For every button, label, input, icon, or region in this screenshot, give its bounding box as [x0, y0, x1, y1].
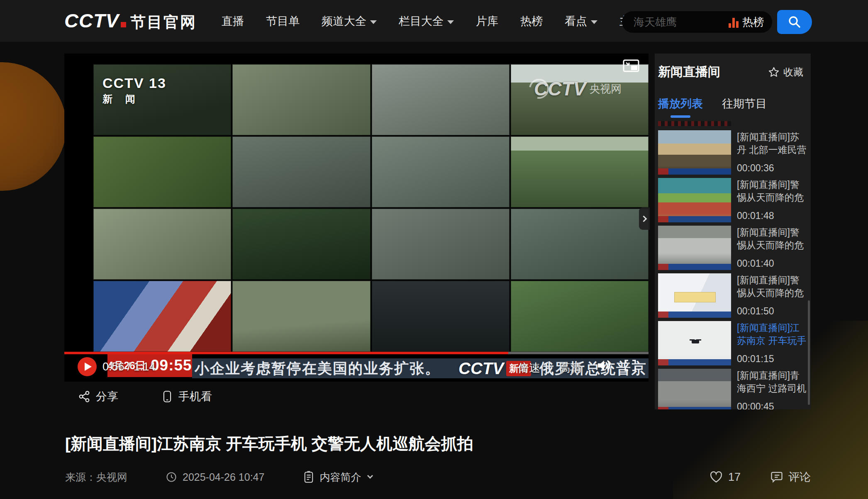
search-box: 热榜 [622, 11, 772, 33]
video-meta-row: 来源：央视网 2025-04-26 10:47 内容简介 17 评论 [65, 470, 811, 484]
phone-icon [161, 390, 173, 403]
playlist-item-duration: 00:01:50 [737, 306, 807, 317]
watch-on-mobile-button[interactable]: 手机看 [161, 389, 212, 404]
tab-past-episodes[interactable]: 往期节目 [722, 96, 767, 118]
playlist-item-title: [新闻直播间]警惕从天而降的危险 山西晋城 [737, 226, 807, 252]
hot-bars-icon [729, 18, 739, 28]
progress-fill [64, 352, 508, 354]
playlist-item[interactable]: [新闻直播间]警惕从天而降的危险 高空抛物 00:01:50 [658, 273, 807, 318]
camera-tile [232, 136, 370, 207]
picture-in-picture-button[interactable] [623, 59, 639, 73]
program-title: 新闻直播间 [658, 63, 720, 80]
playlist-item[interactable]: [新闻直播间]苏丹 北部一难民营遭无人机 00:00:36 [658, 130, 807, 175]
playlist-item-title: [新闻直播间]警惕从天而降的危险 湖北宜昌 [737, 178, 807, 204]
nav-item-schedule[interactable]: 节目单 [266, 14, 300, 29]
fullscreen-button[interactable] [624, 359, 637, 372]
comment-button[interactable]: 评论 [770, 470, 811, 484]
time-display: 0:56 / 1:14 [102, 360, 156, 373]
video-thumbnail [658, 130, 731, 175]
video-player[interactable]: CCTV 13 新 闻 CCTV 央视网 4月26日 09:55 小企业考虑暂停… [64, 54, 649, 382]
playlist-item-duration: 00:01:40 [737, 258, 807, 269]
camera-tile [511, 209, 649, 280]
chevron-down-icon [591, 20, 597, 24]
nav-item-channels[interactable]: 频道大全 [322, 14, 377, 29]
star-icon [768, 66, 780, 78]
speaker-icon [597, 359, 612, 372]
hot-ranking-link[interactable]: 热榜 [729, 16, 764, 28]
cctv-watermark: CCTV 央视网 [529, 78, 622, 100]
playlist-item[interactable]: [新闻直播间]警惕从天而降的危险 湖北宜昌 00:01:48 [658, 178, 807, 222]
like-count: 17 [728, 471, 741, 484]
partial-thumbnail [658, 121, 731, 126]
action-row: 分享 手机看 [78, 389, 212, 404]
playlist-item-duration: 00:00:36 [737, 163, 807, 174]
nav-item-hot[interactable]: 热榜 [520, 14, 543, 29]
like-button[interactable]: 17 [710, 471, 741, 484]
chevron-right-icon [641, 215, 647, 222]
sidebar-tabs: 播放列表 往期节目 [655, 80, 811, 118]
playlist-item[interactable]: [新闻直播间]警惕从天而降的危险 山西晋城 00:01:40 [658, 226, 807, 270]
playlist-item-title: [新闻直播间]警惕从天而降的危险 高空抛物 [737, 274, 807, 299]
channel-bug: CCTV 13 新 闻 [102, 75, 166, 106]
tab-playlist[interactable]: 播放列表 [658, 96, 703, 118]
play-icon [85, 363, 92, 371]
video-title: [新闻直播间]江苏南京 开车玩手机 交警无人机巡航会抓拍 [65, 433, 473, 455]
quality-button[interactable]: 高清 [559, 360, 582, 375]
engagement-stats: 17 评论 [710, 470, 811, 484]
sidebar-header: 新闻直播间 收藏 [655, 54, 811, 80]
cctv-logo-text: CCTV [64, 9, 119, 32]
content-summary-toggle[interactable]: 内容简介 [303, 470, 372, 484]
chevron-down-icon [370, 20, 377, 24]
camera-tile [93, 136, 231, 207]
channel-bug-news: 新 闻 [102, 92, 166, 106]
cctv-logo[interactable]: CCTV 节目官网 [64, 9, 197, 33]
nav-item-highlights[interactable]: 看点 [565, 14, 597, 29]
play-button[interactable] [78, 357, 97, 376]
playlist-item-duration: 00:01:48 [737, 210, 807, 222]
camera-tile [232, 209, 370, 280]
source-label: 来源：央视网 [65, 470, 127, 484]
ticker-text-left: 小企业考虑暂停在美国的业务扩张。 [195, 359, 440, 378]
search-button[interactable] [777, 10, 812, 34]
search-input[interactable] [634, 16, 729, 29]
volume-button[interactable] [597, 359, 612, 372]
favorite-button[interactable]: 收藏 [768, 66, 803, 79]
page: { "nav": { "logo": {"cctv": "CCTV", "suf… [0, 0, 868, 499]
sidebar-scrollbar[interactable] [808, 300, 810, 405]
playlist-item[interactable]: [新闻直播间]青海西宁 过路司机气道异物阻 00:00:45 [658, 369, 807, 409]
fullscreen-icon [624, 359, 637, 372]
cctv-logo-dot [121, 22, 126, 27]
camera-tile [372, 136, 510, 207]
playlist: [新闻直播间]苏丹 北部一难民营遭无人机 00:00:36 [新闻直播间]警惕从… [655, 130, 811, 409]
camera-tile [93, 281, 231, 352]
picture-in-picture-icon [623, 59, 639, 73]
camera-tile [232, 281, 370, 352]
chevron-down-icon [447, 20, 454, 24]
camera-tile [372, 281, 510, 352]
camera-tile [372, 209, 510, 280]
channel-bug-cctv13: CCTV 13 [102, 75, 166, 91]
progress-bar[interactable] [64, 352, 649, 354]
playback-speed-button[interactable]: 倍速 [518, 360, 540, 375]
camera-tile [93, 209, 231, 280]
camera-tile [511, 281, 649, 352]
playlist-item-active[interactable]: [新闻直播间]江苏南京 开车玩手机 交警无人 00:01:15 [658, 321, 807, 365]
share-button[interactable]: 分享 [78, 389, 118, 404]
playlist-sidebar: 新闻直播间 收藏 播放列表 往期节目 [新闻直播间]苏丹 北部一难民营遭无人机 … [655, 54, 811, 409]
chevron-down-icon [367, 473, 373, 479]
document-icon [303, 471, 314, 483]
comment-icon [770, 471, 783, 483]
camera-tile [232, 64, 370, 135]
video-thumbnail [658, 178, 731, 222]
playlist-item-title: [新闻直播间]青海西宁 过路司机气道异物阻 [737, 369, 807, 395]
playlist-collapse-toggle[interactable] [639, 207, 650, 230]
video-thumbnail [658, 369, 731, 409]
nav-item-columns[interactable]: 栏目大全 [399, 14, 454, 29]
playlist-item-title: [新闻直播间]苏丹 北部一难民营遭无人机 [737, 131, 807, 156]
nav-item-live[interactable]: 直播 [222, 14, 244, 29]
video-thumbnail [658, 321, 731, 365]
nav-item-library[interactable]: 片库 [476, 14, 498, 29]
background-circle-decoration [0, 62, 66, 191]
heart-icon [710, 471, 723, 483]
top-navigation-bar: CCTV 节目官网 直播 节目单 频道大全 栏目大全 片库 热榜 看点 主持人 … [0, 0, 868, 42]
